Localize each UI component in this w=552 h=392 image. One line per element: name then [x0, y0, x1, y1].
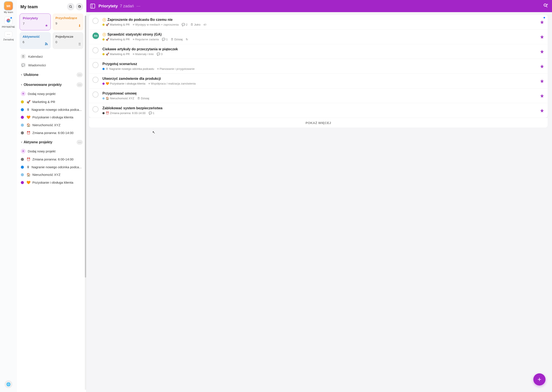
star-icon[interactable] [540, 94, 544, 98]
plus-icon: + [21, 149, 26, 154]
private-avatar [4, 16, 13, 25]
star-icon[interactable] [540, 64, 544, 69]
sidebar-calendar[interactable]: 🗓 Kalendarz [20, 52, 84, 61]
task-row[interactable]: Przygotować umowę 🏠 Nieruchomość XYZ🗓 Dz… [89, 88, 548, 103]
card-activity-title: Aktywność [22, 35, 48, 38]
task-checkbox[interactable] [93, 77, 99, 83]
task-section[interactable]: ≡ Regularne zadania [133, 38, 159, 41]
task-comments[interactable]: 💬 1 [149, 112, 155, 115]
sidebar-messages[interactable]: 💬 Wiadomości [20, 61, 84, 69]
view-title: Priorytety [99, 4, 118, 8]
ellipsis-icon: ⋯ [5, 31, 12, 37]
task-date[interactable]: 🗓 Dzisiaj [137, 97, 149, 100]
task-row[interactable]: !Zaproszenie do podcastu Bo czemu nie 🚀 … [89, 15, 548, 29]
task-date[interactable]: 🗓 Jutro [191, 23, 201, 26]
task-project[interactable]: 🚀 Marketing & PR [102, 52, 130, 56]
card-incoming[interactable]: Przychodzące 9 ⬇ [52, 14, 84, 30]
task-date[interactable]: 🗓 Dzisiaj [171, 38, 183, 41]
task-project[interactable]: 🧡 Pozyskanie i obsługa klienta [102, 82, 145, 85]
task-project[interactable]: 🚀 Marketing & PR [102, 38, 130, 41]
project-color-dot [21, 181, 24, 184]
project-name: 🧡 Pozyskanie i obsługa klienta [27, 115, 73, 119]
project-row[interactable]: 🎙 Nagranie nowego odcinka podca... [20, 106, 84, 113]
project-name: 🧡 Pozyskanie i obsługa klienta [27, 181, 73, 184]
project-color-dot [21, 124, 24, 127]
card-incoming-title: Przychodzące [56, 16, 81, 20]
section-active-label: Aktywne projekty [24, 140, 75, 144]
project-row[interactable]: 🧡 Pozyskanie i obsługa klienta [20, 179, 84, 186]
add-project-row[interactable]: + Dodaj nowy projekt [20, 147, 84, 155]
card-single[interactable]: Pojedyncze 0 ⠿ [52, 32, 84, 49]
project-name: ⏰ Zmiana poranna: 6:00-14:00 [27, 157, 73, 161]
rail-team[interactable]: Mt My team [4, 2, 13, 14]
section-active[interactable]: ▼ Aktywne projekty ⋯ [20, 137, 84, 147]
task-project[interactable]: 🎙 Nagranie nowego odcinka podcastu [102, 67, 154, 70]
task-project[interactable]: ⏰ Zmiana poranna: 6:00-14:00 [102, 112, 146, 115]
project-name: 🚀 Marketing & PR [27, 100, 55, 104]
project-row[interactable]: 🏠 Nieruchomość XYZ [20, 121, 84, 129]
task-comments[interactable]: 💬 1 [162, 38, 168, 41]
chevron-down-icon: ▼ [20, 141, 23, 144]
svg-point-2 [45, 44, 46, 45]
task-row[interactable]: Zablokować system bezpieczeństwa ⏰ Zmian… [89, 103, 548, 118]
task-section[interactable]: ≡ Występy w mediach + zaproszenia [133, 23, 179, 26]
section-active-more[interactable]: ⋯ [77, 140, 83, 145]
project-name: 🎙 Nagranie nowego odcinka podca... [27, 108, 82, 112]
task-section[interactable]: ≡ Planowanie i przygotowanie [157, 67, 194, 70]
svg-point-3 [544, 4, 546, 6]
project-row[interactable]: 🏠 Nieruchomość XYZ [20, 171, 84, 179]
project-row[interactable]: 🎙 Nagranie nowego odcinka podca... [20, 163, 84, 171]
task-row[interactable]: Utworzyć zamówienie dla produkcji 🧡 Pozy… [89, 74, 548, 88]
task-comments[interactable]: 💬 2 [182, 23, 187, 26]
star-icon[interactable] [540, 49, 544, 54]
search-icon[interactable] [67, 3, 74, 10]
task-project[interactable]: 🚀 Marketing & PR [102, 23, 130, 26]
task-checkbox[interactable] [93, 91, 99, 98]
card-activity[interactable]: Aktywność 6 [20, 32, 51, 49]
sidebar: My team Priorytety 7 ★ Przychodzące 9 ⬇ [17, 0, 86, 392]
section-favorites-more[interactable]: ⋯ [77, 72, 83, 77]
repeat-icon: ↻ [186, 38, 188, 41]
scrollbar[interactable] [85, 16, 86, 390]
fab-add-button[interactable]: + [533, 373, 545, 385]
task-checkbox[interactable] [93, 18, 99, 24]
task-project[interactable]: 🏠 Nieruchomość XYZ [102, 97, 134, 100]
view-menu-icon[interactable]: ⋯ [136, 4, 140, 8]
section-favorites[interactable]: ▼ Ulubione ⋯ [20, 69, 84, 79]
task-checkbox[interactable] [93, 106, 99, 112]
tag-icon[interactable]: 🏷 [204, 23, 206, 26]
section-watched-more[interactable]: ⋯ [77, 82, 83, 87]
star-icon[interactable] [540, 20, 544, 24]
star-icon[interactable] [540, 108, 544, 113]
section-watched-label: Obserwowane projekty [24, 83, 75, 87]
task-checkbox[interactable] [93, 62, 99, 68]
task-comments[interactable]: 💬 3 [157, 52, 163, 56]
project-row[interactable]: 🚀 Marketing & PR [20, 98, 84, 106]
panel-toggle-icon[interactable] [90, 4, 95, 8]
task-section[interactable]: ≡ Współpraca / realizacja zamówienia [148, 82, 196, 85]
rail-manage[interactable]: ⋯ Zarządzaj [3, 31, 14, 41]
globe-icon[interactable]: 🌐 [5, 380, 12, 388]
task-section[interactable]: ≡ Materiały i linki [133, 52, 154, 56]
search-filter-icon[interactable] [543, 3, 548, 9]
add-project-row[interactable]: + Dodaj nowy projekt [20, 89, 84, 98]
project-color-dot [21, 108, 24, 111]
task-row[interactable]: An !Sprawdzić statystyki strony (GA) 🚀 M… [89, 29, 548, 44]
task-row[interactable]: Ciekawe artykuły do przeczytania w piąte… [89, 44, 548, 59]
gear-icon[interactable] [76, 3, 83, 10]
project-name: 🏠 Nieruchomość XYZ [27, 123, 61, 127]
task-row[interactable]: Przygotuj scenariusz 🎙 Nagranie nowego o… [89, 59, 548, 74]
rail-private[interactable]: PRYWATNE [2, 16, 15, 28]
project-row[interactable]: ⏰ Zmiana poranna: 6:00-14:00 [20, 155, 84, 163]
task-checkbox[interactable] [93, 47, 99, 53]
star-icon[interactable] [540, 79, 544, 83]
project-color-dot [21, 173, 24, 176]
show-more-button[interactable]: POKAŻ WIĘCEJ [89, 118, 548, 128]
project-row[interactable]: 🧡 Pozyskanie i obsługa klienta [20, 113, 84, 121]
project-row[interactable]: ⏰ Zmiana poranna: 6:00-14:00 [20, 129, 84, 137]
main-panel: Priorytety 7 zadań ⋯ !Zaproszenie do pod… [86, 0, 552, 392]
card-priorities[interactable]: Priorytety 7 ★ [20, 14, 51, 30]
project-name: 🎙 Nagranie nowego odcinka podca... [27, 165, 82, 169]
star-icon[interactable] [540, 35, 544, 39]
section-watched[interactable]: ▼ Obserwowane projekty ⋯ [20, 79, 84, 89]
